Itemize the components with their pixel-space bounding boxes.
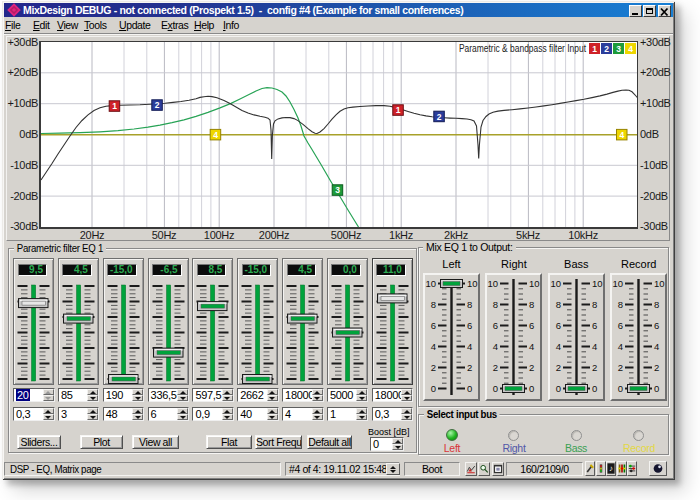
svg-text:8: 8 — [592, 299, 597, 310]
svg-text:8: 8 — [556, 299, 561, 310]
svg-text:4: 4 — [529, 341, 534, 352]
svg-text:6: 6 — [529, 320, 534, 331]
svg-text:10: 10 — [613, 278, 624, 289]
svg-text:0: 0 — [556, 383, 561, 394]
svg-text:6: 6 — [467, 320, 472, 331]
svg-text:0: 0 — [493, 383, 498, 394]
svg-text:2: 2 — [467, 362, 472, 373]
svg-text:4: 4 — [618, 341, 623, 352]
svg-text:2: 2 — [529, 362, 534, 373]
svg-text:4: 4 — [431, 341, 436, 352]
svg-text:♪: ♪ — [609, 464, 613, 473]
svg-text:0: 0 — [431, 383, 436, 394]
svg-text:6: 6 — [431, 320, 436, 331]
svg-text:8: 8 — [654, 299, 659, 310]
svg-text:4: 4 — [467, 341, 472, 352]
svg-text:8: 8 — [431, 299, 436, 310]
svg-text:2: 2 — [431, 362, 436, 373]
svg-text:10: 10 — [654, 278, 665, 289]
svg-text:4: 4 — [592, 341, 597, 352]
svg-text:6: 6 — [618, 320, 623, 331]
svg-text:6: 6 — [556, 320, 561, 331]
svg-text:0: 0 — [467, 383, 472, 394]
svg-text:0: 0 — [592, 383, 597, 394]
svg-text:8: 8 — [618, 299, 623, 310]
svg-text:2: 2 — [592, 362, 597, 373]
svg-text:2: 2 — [493, 362, 498, 373]
svg-text:4: 4 — [654, 341, 659, 352]
svg-text:0: 0 — [654, 383, 659, 394]
svg-text:8: 8 — [493, 299, 498, 310]
svg-text:2: 2 — [654, 362, 659, 373]
svg-text:2: 2 — [618, 362, 623, 373]
svg-text:10: 10 — [467, 278, 478, 289]
svg-text:10: 10 — [529, 278, 540, 289]
svg-text:8: 8 — [529, 299, 534, 310]
svg-text:0: 0 — [618, 383, 623, 394]
svg-text:4: 4 — [556, 341, 561, 352]
svg-text:10: 10 — [488, 278, 499, 289]
svg-text:6: 6 — [654, 320, 659, 331]
svg-text:2: 2 — [556, 362, 561, 373]
svg-text:0: 0 — [529, 383, 534, 394]
svg-text:10: 10 — [425, 278, 436, 289]
svg-text:10: 10 — [550, 278, 561, 289]
svg-text:4: 4 — [493, 341, 498, 352]
svg-text:6: 6 — [493, 320, 498, 331]
svg-text:10: 10 — [592, 278, 603, 289]
svg-text:6: 6 — [592, 320, 597, 331]
svg-text:8: 8 — [467, 299, 472, 310]
